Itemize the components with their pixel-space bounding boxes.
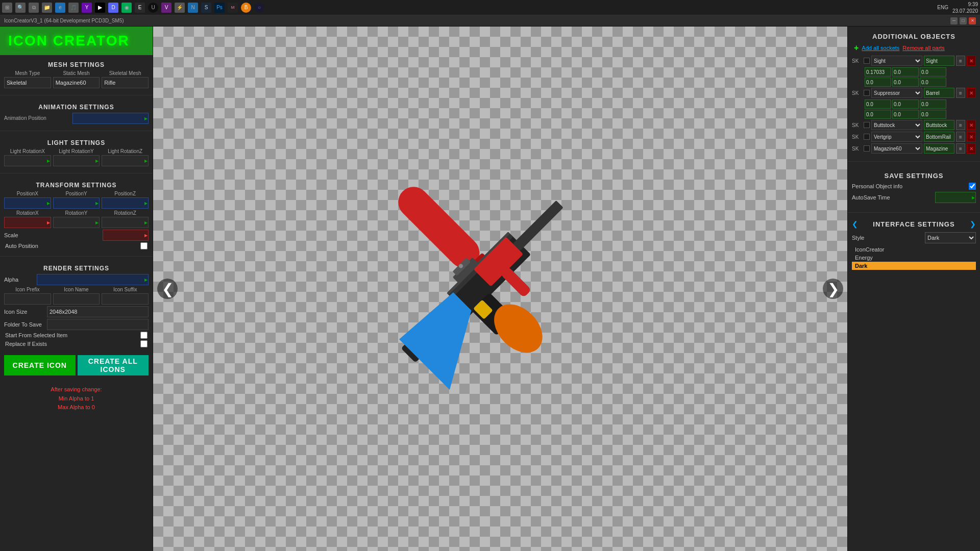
task-view-icon[interactable]: ⧉ <box>29 3 39 13</box>
media-icon[interactable]: 🎵 <box>68 3 79 13</box>
rot-y-input[interactable]: 0.0 <box>53 217 100 228</box>
sk-eq-btn-2[interactable]: ≡ <box>956 88 965 98</box>
skeletal-mesh-dropdown[interactable]: Rifle <box>102 77 149 88</box>
icon-name-input[interactable]: Rifle <box>53 293 100 305</box>
obs-icon[interactable]: ○ <box>254 3 264 13</box>
sk-socket-dropdown-2[interactable]: Suppressor <box>871 88 922 98</box>
rot-x-input[interactable]: -45.0 <box>4 217 51 228</box>
style-dropdown[interactable]: Dark IconCreator Energy <box>925 232 976 243</box>
close-btn[interactable]: ✕ <box>969 17 976 24</box>
pos-x-col: PositionX 0.0 ▶ <box>4 191 51 209</box>
xyz-x-2a[interactable] <box>865 99 891 109</box>
edge-icon[interactable]: e <box>55 3 65 13</box>
steam-icon[interactable]: S <box>201 3 211 13</box>
xyz-y-2b[interactable] <box>892 110 919 119</box>
sk-value-input-4[interactable] <box>924 132 954 142</box>
interface-prev-btn[interactable]: ❮ <box>852 220 858 228</box>
sk-x-btn-4[interactable]: ✕ <box>967 132 976 142</box>
epic-icon[interactable]: E <box>135 3 145 13</box>
search-icon[interactable]: 🔍 <box>15 3 26 13</box>
add-all-sockets-link[interactable]: Add all sockets <box>862 45 899 51</box>
xyz-z-2a[interactable] <box>920 99 946 109</box>
sk-x-btn-5[interactable]: ✕ <box>967 143 976 154</box>
sk-value-input-1[interactable] <box>924 56 954 66</box>
start-icon[interactable]: ⊞ <box>2 3 12 13</box>
sk-socket-dropdown-5[interactable]: Magazine60 <box>871 143 922 154</box>
light-rot-x-input[interactable]: 0.0 <box>4 155 51 166</box>
ps-icon[interactable]: Ps <box>214 3 225 13</box>
yahoo-icon[interactable]: Y <box>82 3 92 13</box>
app-icon1[interactable]: ◉ <box>121 3 132 13</box>
sk-eq-btn-3[interactable]: ≡ <box>956 120 965 130</box>
unreal-icon[interactable]: ▶ <box>95 3 105 13</box>
mesh-type-dropdown[interactable]: Skeletal Static <box>4 77 51 88</box>
anim-pos-input[interactable]: 0.0 <box>72 113 149 124</box>
minimize-btn[interactable]: ─ <box>950 17 958 24</box>
sk-x-btn-1[interactable]: ✕ <box>967 56 976 66</box>
sk-x-btn-2[interactable]: ✕ <box>967 88 976 98</box>
xyz-x-1b[interactable] <box>865 78 891 87</box>
xyz-y-1b[interactable] <box>892 78 919 87</box>
style-option-energy[interactable]: Energy <box>852 254 976 262</box>
sk-checkbox-1[interactable] <box>864 58 870 64</box>
folder-input[interactable]: IconCreator/Icon <box>47 319 149 330</box>
sk-eq-btn-5[interactable]: ≡ <box>956 143 965 154</box>
xyz-x-1a[interactable] <box>865 67 891 77</box>
app-icon2[interactable]: N <box>188 3 198 13</box>
style-option-iconcreator[interactable]: IconCreator <box>852 245 976 254</box>
alpha-input[interactable]: 1.0 <box>37 274 149 285</box>
xyz-y-2a[interactable] <box>892 99 919 109</box>
titlebar-controls[interactable]: ─ □ ✕ <box>950 17 976 24</box>
pos-z-input[interactable]: -41.0 <box>102 197 149 209</box>
static-mesh-dropdown[interactable]: Magazine60 <box>53 77 100 88</box>
xyz-z-1b[interactable] <box>920 78 946 87</box>
auto-position-checkbox[interactable] <box>140 242 148 249</box>
icon-suffix-input[interactable] <box>102 293 149 305</box>
sk-eq-btn-4[interactable]: ≡ <box>956 132 965 142</box>
pos-y-input[interactable]: -13.0 <box>53 197 100 209</box>
rot-z-input[interactable]: 0.0 <box>102 217 149 228</box>
pos-x-input[interactable]: 0.0 <box>4 197 51 209</box>
sk-checkbox-4[interactable] <box>864 134 870 140</box>
sk-socket-dropdown-3[interactable]: Buttstock <box>871 120 922 130</box>
tool-icon[interactable]: ⚡ <box>175 3 185 13</box>
sk-x-btn-3[interactable]: ✕ <box>967 120 976 130</box>
ml-icon[interactable]: M <box>228 3 238 13</box>
blender-icon[interactable]: B <box>241 3 251 13</box>
nav-next-arrow[interactable]: ❯ <box>823 279 843 299</box>
light-rot-z-input[interactable]: 0.0 <box>102 155 149 166</box>
xyz-y-1a[interactable] <box>892 67 919 77</box>
create-icon-button[interactable]: CREATE ICON <box>4 355 76 375</box>
interface-next-btn[interactable]: ❯ <box>970 220 976 228</box>
scale-input[interactable]: 2.0 <box>103 230 149 241</box>
sk-eq-btn-1[interactable]: ≡ <box>956 56 965 66</box>
sk-socket-dropdown-4[interactable]: Vertgrip <box>871 132 922 142</box>
personal-object-checkbox[interactable] <box>969 183 976 190</box>
sk-value-input-2[interactable] <box>924 88 954 98</box>
start-from-checkbox[interactable] <box>140 332 148 339</box>
xyz-x-2b[interactable] <box>865 110 891 119</box>
maximize-btn[interactable]: □ <box>960 17 967 24</box>
icon-size-dropdown[interactable]: 2048x2048 1024x1024 512x512 <box>47 306 149 317</box>
sk-checkbox-2[interactable] <box>864 90 870 96</box>
sk-value-input-3[interactable] <box>924 120 954 130</box>
replace-exists-checkbox[interactable] <box>140 340 148 347</box>
explorer-icon[interactable]: 📁 <box>42 3 52 13</box>
icon-prefix-input[interactable]: Icon_ <box>4 293 51 305</box>
sk-socket-dropdown-1[interactable]: Sight <box>871 56 922 66</box>
remove-all-parts-link[interactable]: Remove all parts <box>902 45 945 51</box>
autosave-input[interactable]: 0.3 <box>935 192 976 203</box>
add-icon[interactable]: + <box>854 43 859 53</box>
ue4-icon[interactable]: U <box>148 3 158 13</box>
sk-checkbox-5[interactable] <box>864 145 870 152</box>
create-all-icons-button[interactable]: CREATE ALL ICONS <box>78 355 149 375</box>
vs-icon[interactable]: V <box>161 3 172 13</box>
xyz-z-2b[interactable] <box>920 110 946 119</box>
discord-icon[interactable]: D <box>108 3 118 13</box>
style-option-dark[interactable]: Dark <box>852 262 976 270</box>
xyz-z-1a[interactable] <box>920 67 946 77</box>
light-rot-y-input[interactable]: 0.0 <box>53 155 100 166</box>
sk-value-input-5[interactable] <box>924 143 954 154</box>
sk-checkbox-3[interactable] <box>864 122 870 128</box>
nav-prev-arrow[interactable]: ❮ <box>157 279 178 299</box>
